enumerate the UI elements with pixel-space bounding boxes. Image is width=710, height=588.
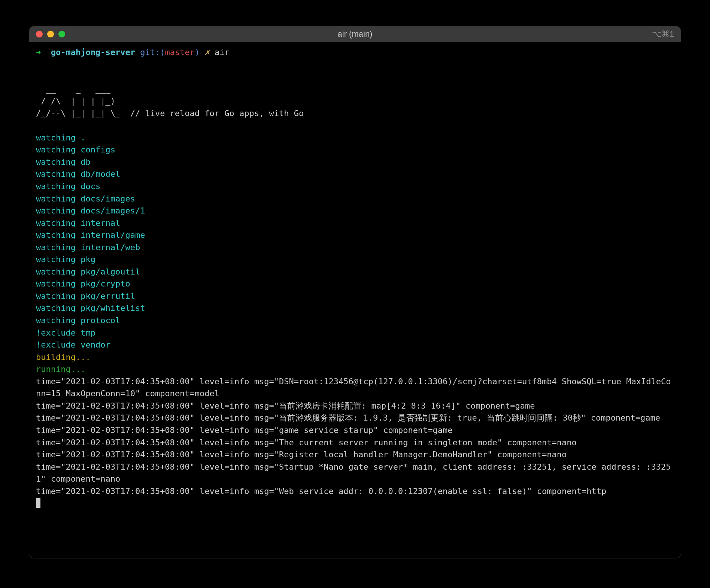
watching-line: watching pkg/errutil	[36, 291, 135, 301]
traffic-lights	[36, 31, 65, 37]
titlebar: air (main) ⌥⌘1	[29, 26, 681, 42]
maximize-button[interactable]	[58, 31, 65, 37]
log-line: time="2021-02-03T17:04:35+08:00" level=i…	[36, 438, 577, 447]
log-line: time="2021-02-03T17:04:35+08:00" level=i…	[36, 450, 567, 459]
watching-line: watching internal/game	[36, 230, 145, 240]
watching-list: watching . watching configs watching db …	[36, 133, 145, 325]
ascii-art: __ _ ___ / /\ | | | |_) /_/--\ |_| |_| \…	[36, 84, 309, 118]
watching-line: watching docs/images/1	[36, 206, 145, 215]
ascii-line-3: /_/--\ |_| |_| \_ // live reload for Go …	[36, 109, 309, 118]
git-label: git:(	[140, 48, 165, 57]
cursor	[36, 498, 40, 508]
watching-line: watching pkg/crypto	[36, 279, 130, 288]
watching-line: watching internal	[36, 218, 120, 228]
watching-line: watching pkg/whitelist	[36, 303, 145, 313]
minimize-button[interactable]	[47, 31, 54, 37]
ascii-line-2: / /\ | | | |_)	[36, 96, 120, 106]
terminal-window: air (main) ⌥⌘1 ➜ go-mahjong-server git:(…	[29, 26, 681, 558]
window-shortcut: ⌥⌘1	[652, 29, 674, 39]
watching-line: watching docs	[36, 182, 100, 191]
watching-line: watching protocol	[36, 316, 120, 325]
exclude-line: !exclude tmp	[36, 328, 95, 337]
exclude-line: !exclude vendor	[36, 340, 110, 349]
log-line: time="2021-02-03T17:04:35+08:00" level=i…	[36, 425, 453, 435]
watching-line: watching docs/images	[36, 194, 135, 203]
prompt-line: ➜ go-mahjong-server git:(master) ✗ air	[36, 46, 674, 59]
prompt-marker: ✗	[204, 48, 209, 57]
building-status: building...	[36, 352, 91, 362]
watching-line: watching db/model	[36, 169, 120, 179]
log-line: time="2021-02-03T17:04:35+08:00" level=i…	[36, 487, 606, 496]
command-text: air	[215, 48, 230, 57]
excludes-list: !exclude tmp !exclude vendor	[36, 328, 110, 350]
prompt-arrow: ➜	[36, 48, 41, 57]
watching-line: watching configs	[36, 145, 115, 154]
prompt-dir: go-mahjong-server	[51, 48, 135, 57]
terminal-body[interactable]: ➜ go-mahjong-server git:(master) ✗ air _…	[29, 42, 681, 558]
watching-line: watching pkg	[36, 255, 95, 264]
log-line: time="2021-02-03T17:04:35+08:00" level=i…	[36, 462, 671, 484]
watching-line: watching pkg/algoutil	[36, 267, 140, 276]
window-title: air (main)	[338, 29, 373, 39]
log-line: time="2021-02-03T17:04:35+08:00" level=i…	[36, 401, 535, 410]
git-close: )	[195, 48, 200, 57]
close-button[interactable]	[36, 31, 43, 37]
ascii-line-1: __ _ ___	[36, 84, 120, 94]
running-status: running...	[36, 364, 85, 374]
logs-list: time="2021-02-03T17:04:35+08:00" level=i…	[36, 377, 671, 496]
git-branch: master	[165, 48, 194, 57]
log-line: time="2021-02-03T17:04:35+08:00" level=i…	[36, 377, 671, 398]
watching-line: watching db	[36, 157, 91, 167]
log-line: time="2021-02-03T17:04:35+08:00" level=i…	[36, 413, 660, 422]
watching-line: watching internal/web	[36, 243, 140, 252]
watching-line: watching .	[36, 133, 85, 142]
